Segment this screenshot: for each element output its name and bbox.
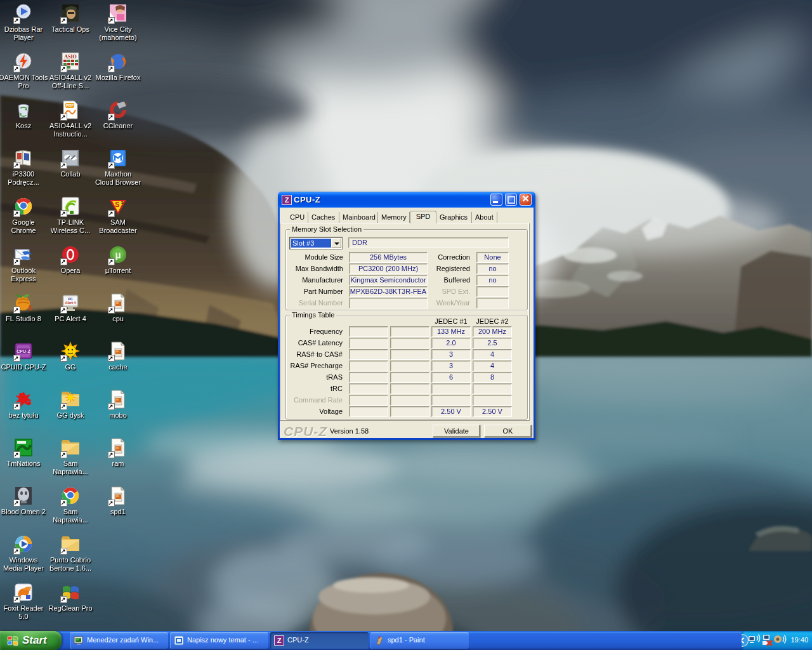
svg-text:PDF: PDF xyxy=(66,103,74,107)
svg-text:ASIO: ASIO xyxy=(64,54,77,60)
svg-text:8: 8 xyxy=(29,305,32,312)
svg-text:CPU-Z: CPU-Z xyxy=(16,349,30,354)
svg-text:S: S xyxy=(115,201,119,208)
svg-text:µ: µ xyxy=(115,249,121,260)
svg-text:Alert 4: Alert 4 xyxy=(65,301,76,305)
